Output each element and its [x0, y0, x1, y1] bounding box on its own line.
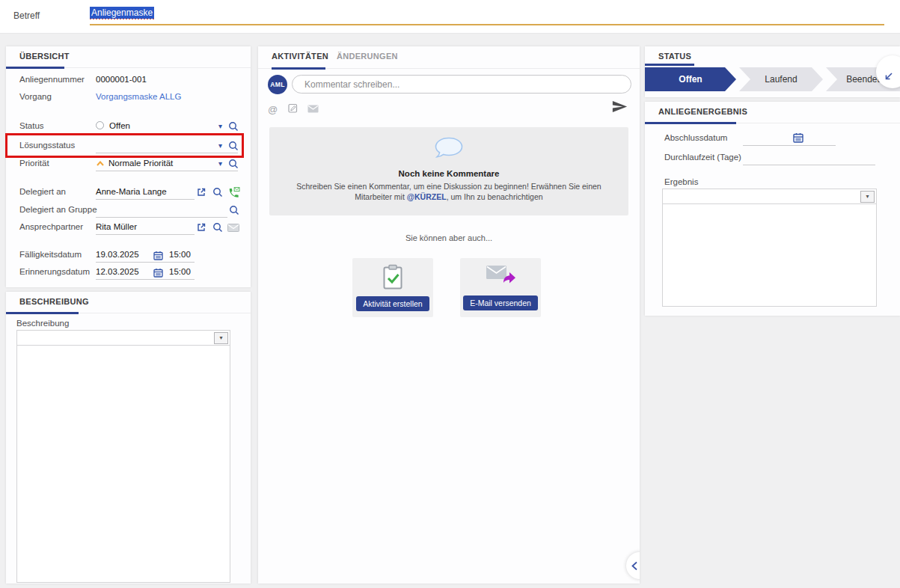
delegiert-gruppe-input[interactable]	[96, 203, 227, 218]
mention-example: @KÜRZEL	[407, 192, 447, 201]
uebersicht-panel: ÜBERSICHT Anliegennummer 0000001-001 Vor…	[6, 46, 251, 287]
create-activity-button[interactable]: Aktivität erstellen	[356, 296, 429, 311]
comment-input[interactable]: Kommentar schreiben...	[292, 75, 631, 94]
field-prioritaet: Priorität Normale Priorität ▾	[6, 157, 251, 171]
step-laufend[interactable]: Laufend	[739, 67, 823, 91]
chevron-left-icon	[631, 561, 638, 571]
status-search-icon[interactable]	[228, 121, 240, 132]
ansprechpartner-open-icon[interactable]	[196, 222, 208, 233]
delegiert-an-open-icon[interactable]	[196, 187, 208, 198]
clipboard-check-icon	[382, 264, 404, 291]
status-input[interactable]: Offen	[96, 120, 238, 134]
beschreibung-textarea[interactable]	[16, 345, 230, 583]
field-abschlussdatum: Abschlussdatum	[645, 132, 900, 146]
ergebnis-tab-header: ANLIEGENERGEBNIS	[645, 102, 900, 123]
aktivitaeten-panel: AKTIVITÄTEN ÄNDERUNGEN AML Kommentar sch…	[258, 46, 640, 584]
step-offen[interactable]: Offen	[645, 67, 736, 91]
speech-bubble-icon	[433, 136, 465, 162]
ergebnis-textarea[interactable]	[662, 203, 877, 307]
mail-forward-icon	[486, 264, 515, 284]
field-erinnerungsdatum: Erinnerungsdatum 12.03.2025 15:00	[6, 266, 251, 280]
tab-beschreibung[interactable]: BESCHREIBUNG	[19, 297, 89, 306]
create-activity-card: Aktivität erstellen	[352, 258, 433, 317]
delegiert-an-input[interactable]: Anne-Maria Lange	[96, 186, 195, 200]
erinnerungsdatum-calendar-icon[interactable]	[153, 268, 165, 279]
ansprechpartner-mail-icon[interactable]	[227, 224, 239, 235]
ansprechpartner-input[interactable]: Rita Müller	[96, 221, 195, 235]
prioritaet-search-icon[interactable]	[228, 159, 240, 170]
delegiert-gruppe-search-icon[interactable]	[229, 205, 241, 216]
mention-at-icon[interactable]: @	[268, 104, 278, 115]
delegiert-an-search-icon[interactable]	[212, 187, 224, 198]
faelligkeitsdatum-calendar-icon[interactable]	[153, 251, 165, 262]
field-vorgang: Vorgang Vorgangsmaske ALLG	[6, 91, 251, 105]
erinnerungsdatum-input[interactable]: 12.03.2025 15:00	[96, 266, 195, 280]
status-step-bar: Offen Laufend Beendet	[645, 67, 900, 91]
durchlaufzeit-input[interactable]	[743, 151, 875, 165]
mail-attach-icon[interactable]	[307, 104, 319, 115]
status-tab-header: STATUS	[645, 46, 900, 66]
field-ansprechpartner: Ansprechpartner Rita Müller	[6, 221, 251, 235]
anliegenergebnis-panel: ANLIEGENERGEBNIS Abschlussdatum Durchlau…	[645, 102, 900, 316]
field-delegiert-an: Delegiert an Anne-Maria Lange	[6, 186, 251, 200]
betreff-label: Betreff	[13, 10, 40, 21]
beschreibung-panel: BESCHREIBUNG Beschreibung ▾	[6, 292, 251, 584]
no-comments-box: Noch keine Kommentare Schreiben Sie eine…	[269, 127, 628, 215]
aktivitaeten-tab-header: AKTIVITÄTEN ÄNDERUNGEN	[258, 46, 640, 69]
also-text: Sie können aber auch...	[258, 233, 640, 242]
abschlussdatum-calendar-icon[interactable]	[793, 132, 805, 144]
tab-uebersicht[interactable]: ÜBERSICHT	[19, 52, 70, 61]
abschlussdatum-input[interactable]	[743, 132, 836, 146]
vorgang-link[interactable]: Vorgangsmaske ALLG	[96, 92, 181, 101]
status-panel: STATUS Offen Laufend Beendet	[645, 46, 900, 97]
anliegennummer-value: 0000001-001	[96, 75, 147, 84]
field-delegiert-gruppe: Delegiert an Gruppe	[6, 203, 251, 218]
user-avatar[interactable]: AML	[268, 75, 287, 94]
beschreibung-dropdown-icon[interactable]: ▾	[214, 332, 228, 344]
no-comments-text: Schreiben Sie einen Kommentar, um eine D…	[283, 181, 615, 202]
send-email-card: E-Mail versenden	[460, 258, 541, 317]
beschreibung-label: Beschreibung	[16, 319, 69, 328]
tab-aktivitaeten[interactable]: AKTIVITÄTEN	[272, 52, 328, 61]
tab-status[interactable]: STATUS	[658, 52, 691, 61]
field-durchlaufzeit: Durchlaufzeit (Tage)	[645, 151, 900, 165]
comment-toolbar: @	[268, 103, 326, 115]
ergebnis-label: Ergebnis	[664, 177, 698, 186]
tab-aenderungen[interactable]: ÄNDERUNGEN	[337, 52, 398, 61]
send-comment-icon[interactable]	[612, 100, 628, 116]
faelligkeitsdatum-input[interactable]: 19.03.2025 15:00	[96, 248, 195, 263]
collapse-panel-button[interactable]	[626, 552, 640, 579]
subject-bar: Betreff Anliegenmaske	[0, 0, 900, 34]
ergebnis-toolbar: ▾	[662, 189, 877, 204]
betreff-selected-text: Anliegenmaske	[90, 7, 154, 19]
delegiert-an-phone-icon[interactable]	[227, 187, 239, 198]
ergebnis-dropdown-icon[interactable]: ▾	[860, 191, 875, 203]
priority-normal-icon	[96, 160, 105, 167]
send-email-button[interactable]: E-Mail versenden	[463, 295, 538, 310]
tab-anliegenergebnis[interactable]: ANLIEGENERGEBNIS	[658, 107, 747, 116]
arrow-down-left-icon	[883, 71, 894, 82]
erinnerungszeit-input: 15:00	[169, 267, 191, 276]
prioritaet-input[interactable]: Normale Priorität	[96, 157, 238, 171]
field-anliegennummer: Anliegennummer 0000001-001	[6, 73, 251, 88]
beschreibung-toolbar: ▾	[16, 330, 230, 346]
loesungsstatus-highlight-box	[5, 133, 244, 158]
ansprechpartner-search-icon[interactable]	[212, 222, 224, 233]
uebersicht-tab-header: ÜBERSICHT	[6, 46, 251, 68]
status-circle-icon	[96, 121, 104, 129]
field-status: Status Offen ▾	[6, 120, 251, 134]
no-comments-title: Noch keine Kommentare	[269, 169, 628, 178]
faelligkeitszeit-input: 15:00	[169, 250, 191, 259]
beschreibung-tab-header: BESCHREIBUNG	[6, 292, 251, 313]
field-faelligkeitsdatum: Fälligkeitsdatum 19.03.2025 15:00	[6, 248, 251, 263]
betreff-underline	[90, 24, 884, 25]
betreff-input[interactable]: Anliegenmaske	[90, 7, 885, 24]
note-edit-icon[interactable]	[288, 104, 298, 115]
